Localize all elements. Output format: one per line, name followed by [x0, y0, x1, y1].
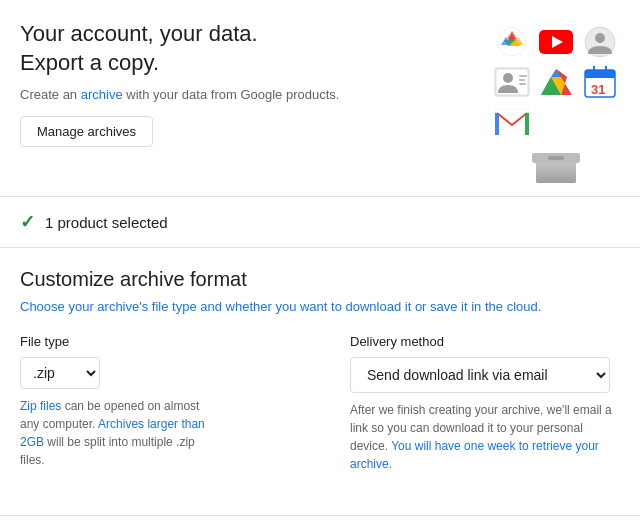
svg-rect-9	[519, 79, 525, 81]
drive-icon	[539, 67, 573, 97]
header-left: Your account, your data. Export a copy. …	[20, 20, 492, 147]
calendar-icon: 31	[584, 66, 616, 98]
manage-archives-button[interactable]: Manage archives	[20, 116, 153, 147]
svg-rect-10	[519, 83, 526, 85]
svg-point-7	[503, 73, 513, 83]
customize-subtitle: Choose your archive's file type and whet…	[20, 299, 620, 314]
header-section: Your account, your data. Export a copy. …	[0, 0, 640, 197]
youtube-icon	[539, 30, 573, 54]
archive-link[interactable]: archive	[81, 87, 123, 102]
svg-point-4	[595, 33, 605, 43]
account-icon	[584, 26, 616, 58]
product-selected-text: 1 product selected	[45, 214, 168, 231]
contacts-icon	[494, 67, 530, 97]
customize-title: Customize archive format	[20, 268, 620, 291]
header-subtitle: Create an archive with your data from Go…	[20, 87, 492, 102]
file-type-help: Zip files can be opened on almost any co…	[20, 397, 220, 469]
svg-rect-30	[548, 156, 564, 160]
product-icons-cloud: 31	[492, 24, 620, 180]
gmail-icon	[495, 109, 529, 135]
product-selected-section: ✓ 1 product selected	[0, 197, 640, 248]
format-form-row: File type .zip .tgz Zip files can be ope…	[20, 334, 620, 473]
file-type-label: File type	[20, 334, 290, 349]
photos-icon	[496, 26, 528, 58]
delivery-method-select[interactable]: Send download link via email Add to Driv…	[350, 357, 610, 393]
svg-text:31: 31	[591, 82, 605, 97]
file-type-group: File type .zip .tgz Zip files can be ope…	[20, 334, 290, 473]
delivery-method-group: Delivery method Send download link via e…	[350, 334, 620, 473]
svg-rect-8	[519, 75, 527, 77]
header-title: Your account, your data. Export a copy.	[20, 20, 492, 77]
archive-box-icon	[531, 145, 581, 183]
footer-section: Create archive	[0, 515, 640, 522]
file-type-select[interactable]: .zip .tgz	[20, 357, 100, 389]
checkmark-icon: ✓	[20, 211, 35, 233]
delivery-method-help: After we finish creating your archive, w…	[350, 401, 620, 473]
customize-section: Customize archive format Choose your arc…	[0, 248, 640, 505]
delivery-method-label: Delivery method	[350, 334, 620, 349]
svg-rect-20	[585, 76, 615, 78]
